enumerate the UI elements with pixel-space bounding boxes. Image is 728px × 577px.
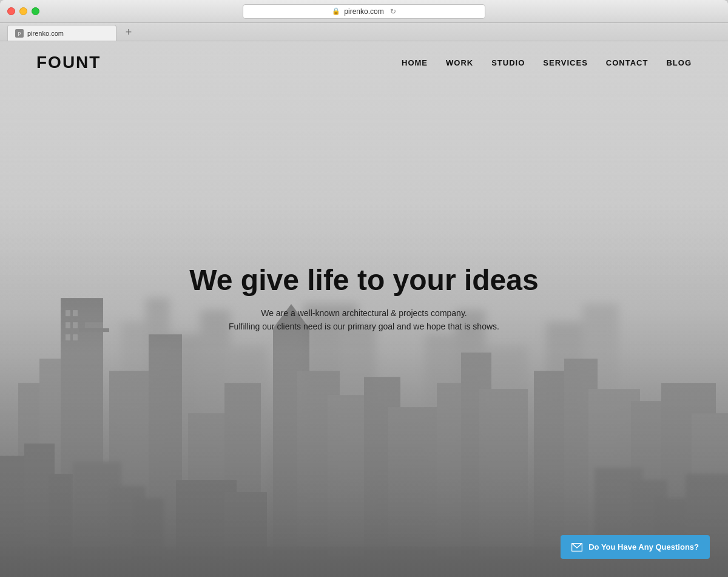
hero-title: We give life to your ideas [189, 263, 538, 297]
envelope-icon [571, 543, 582, 552]
close-button[interactable] [7, 7, 15, 15]
svg-rect-56 [0, 202, 728, 577]
navbar: FOUNT HOME WORK STUDIO SERVICES CONTACT … [0, 41, 728, 84]
nav-link-blog[interactable]: BLOG [666, 58, 692, 67]
hero-subtitle-line2: Fulfilling our clients need is our prima… [189, 320, 538, 333]
logo[interactable]: FOUNT [36, 53, 101, 72]
city-skyline [0, 202, 728, 577]
nav-link-home[interactable]: HOME [402, 58, 428, 67]
hero-content: We give life to your ideas We are a well… [189, 263, 538, 334]
tab-bar: p pirenko.com + [0, 23, 728, 41]
minimize-button[interactable] [19, 7, 27, 15]
nav-link-contact[interactable]: CONTACT [606, 58, 649, 67]
address-bar[interactable]: 🔒 pirenko.com ↻ [243, 4, 485, 19]
website-content: FOUNT HOME WORK STUDIO SERVICES CONTACT … [0, 41, 728, 577]
nav-links: HOME WORK STUDIO SERVICES CONTACT BLOG [402, 58, 692, 67]
refresh-icon[interactable]: ↻ [390, 7, 396, 16]
tab-label: pirenko.com [27, 30, 64, 37]
browser-tab[interactable]: p pirenko.com [7, 25, 116, 41]
new-tab-button[interactable]: + [121, 25, 136, 39]
nav-link-services[interactable]: SERVICES [543, 58, 588, 67]
hero-subtitle-line1: We are a well-known architectural & proj… [189, 306, 538, 320]
traffic-lights [7, 7, 39, 15]
browser-titlebar: 🔒 pirenko.com ↻ [0, 0, 728, 23]
cta-button[interactable]: Do You Have Any Questions? [561, 535, 710, 559]
url-text: pirenko.com [344, 7, 383, 16]
nav-link-studio[interactable]: STUDIO [491, 58, 525, 67]
cta-label: Do You Have Any Questions? [588, 542, 699, 552]
nav-link-work[interactable]: WORK [446, 58, 473, 67]
maximize-button[interactable] [32, 7, 39, 15]
lock-icon: 🔒 [332, 7, 340, 15]
tab-favicon: p [15, 29, 24, 38]
